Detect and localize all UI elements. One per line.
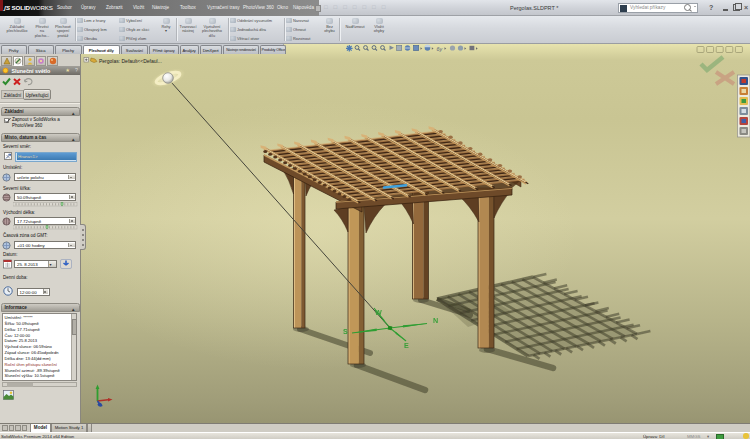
svg-text:E: E [404,341,409,350]
svg-text:N: N [433,316,438,325]
svg-text:6y: 6y [437,46,443,52]
svg-text:Pergolas: Default<<Defaul...: Pergolas: Default<<Defaul... [99,58,162,64]
svg-text:S: S [343,327,348,336]
svg-text:W: W [375,308,382,317]
